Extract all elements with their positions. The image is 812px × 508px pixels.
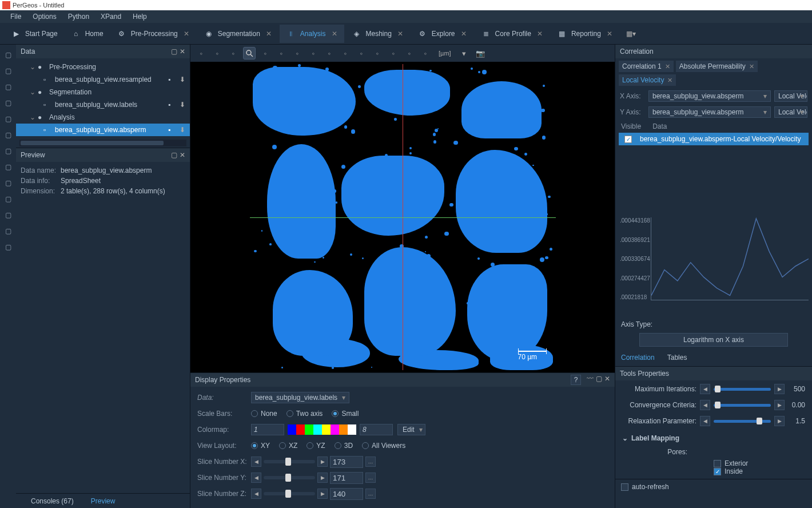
tree-group-analysis[interactable]: ⌄●Analysis [16,111,190,124]
slice-next-button[interactable]: ▶ [317,489,328,499]
maximize-icon[interactable]: ▢ [596,375,602,385]
scalebars-radio-small[interactable]: Small [332,410,359,418]
scalebars-radio-none[interactable]: None [251,410,277,418]
viewlayout-radio-yz[interactable]: YZ [307,442,325,450]
maximize-icon[interactable]: ▢ [171,47,177,55]
toolbar-core-profile[interactable]: ≣Core Profile✕ [475,25,550,43]
close-icon[interactable]: ✕ [604,375,610,385]
toolbar-reporting[interactable]: ▦Reporting✕ [551,25,619,43]
eye-icon[interactable]: ▢ [1,192,15,206]
corr-tab-correlation-1[interactable]: Correlation 1✕ [619,61,674,72]
download-icon[interactable]: ⬇ [180,76,185,84]
play-icon[interactable]: ▢ [1,64,15,78]
visible-checkbox[interactable]: ✓ [624,136,632,143]
viewer-canvas[interactable]: 70 µm [190,62,615,372]
move-icon[interactable]: ◦ [227,47,240,59]
save-icon[interactable]: ▪ [168,126,176,134]
camera-icon[interactable]: 📷 [474,47,487,59]
window-icon[interactable]: ▢ [1,208,15,222]
xaxis-select-2[interactable]: Local Velocit [774,90,807,102]
slice-prev-button[interactable]: ◀ [251,457,261,467]
eye-icon[interactable]: ◦ [339,47,352,59]
scalebars-radio-two-axis[interactable]: Two axis [286,410,323,418]
maximize-icon[interactable]: ▢ [171,151,177,159]
pore-option-exterior[interactable]: Exterior [714,459,805,467]
data-select[interactable]: berea_subplug_view.labels [251,392,349,403]
pick-icon[interactable]: ◦ [307,47,320,59]
pore-option-inside[interactable]: ✓Inside [714,467,805,475]
slice-slider[interactable] [264,492,315,495]
slice-prev-button[interactable]: ◀ [251,473,261,483]
home-icon[interactable]: ◦ [291,47,304,59]
decrease-button[interactable]: ◀ [700,400,710,410]
data-series-row[interactable]: ✓ berea_subplug_view.absperm-Local Veloc… [619,133,809,145]
close-icon[interactable]: ✕ [180,47,185,55]
panel-icon[interactable]: ▢ [1,240,15,254]
close-icon[interactable]: ✕ [182,30,190,38]
grid-icon[interactable]: ▢ [1,48,15,62]
close-icon[interactable]: ✕ [665,63,670,70]
close-icon[interactable]: ✕ [180,151,185,159]
menu-help[interactable]: Help [127,11,153,22]
tool-slider[interactable] [714,420,771,423]
help-icon[interactable]: ▢ [1,112,15,126]
save-icon[interactable]: ▪ [168,101,176,109]
table-icon[interactable]: ▢ [1,80,15,94]
slice-next-button[interactable]: ▶ [317,473,328,483]
prev-icon[interactable]: ◦ [387,47,400,59]
cube-icon[interactable]: ◦ [355,47,368,59]
slice-more-button[interactable]: … [365,473,376,483]
decrease-button[interactable]: ◀ [700,416,710,426]
label-mapping-header[interactable]: ⌄Label Mapping [622,432,805,445]
close-icon[interactable]: ✕ [265,30,273,38]
close-icon[interactable]: ✕ [749,63,754,70]
colormap-min-input[interactable] [251,424,284,435]
menu-python[interactable]: Python [62,11,95,22]
layers-icon[interactable]: ▢ [1,224,15,238]
unit-dropdown[interactable]: ▾ [458,47,471,59]
slice-slider[interactable] [264,476,315,479]
save-icon[interactable]: ▪ [168,76,176,84]
corr-tab-absolute-permeability[interactable]: Absolute Permeability✕ [676,61,758,72]
menu-xpand[interactable]: XPand [95,11,127,22]
slice-value-input[interactable] [330,472,363,484]
colormap-bar[interactable] [288,424,356,435]
viewlayout-radio-3d[interactable]: 3D [335,442,353,450]
sub-tab-correlation[interactable]: Correlation [620,351,656,364]
preview-tab[interactable]: Preview [87,495,119,507]
tool-slider[interactable] [714,388,771,391]
toolbar-analysis[interactable]: ⫴Analysis✕ [280,25,344,43]
yaxis-select[interactable]: berea_subplug_view.absperm [648,106,771,118]
toolbar-more[interactable]: ▦▾ [620,26,642,41]
hand-icon[interactable]: ◦ [211,47,224,59]
tool-slider[interactable] [714,404,771,407]
yaxis-select-2[interactable]: Local Velocit [774,106,807,118]
first-icon[interactable]: ◦ [371,47,384,59]
square-icon[interactable]: ▢ [1,96,15,110]
menu-file[interactable]: File [5,11,27,22]
close-icon[interactable]: ✕ [396,30,404,38]
tree-group-segmentation[interactable]: ⌄●Segmentation [16,86,190,98]
slice-next-button[interactable]: ▶ [317,457,328,467]
zoom-icon[interactable] [243,47,256,59]
download-icon[interactable]: ⬇ [180,126,185,134]
auto-refresh-checkbox[interactable] [621,483,628,491]
pointer-icon[interactable]: ◦ [195,47,208,59]
save-icon[interactable]: ◦ [403,47,416,59]
close-icon[interactable]: ✕ [606,30,614,38]
decrease-button[interactable]: ◀ [700,384,710,394]
slice-value-input[interactable] [330,456,363,468]
chart-icon[interactable]: 〰 [587,375,594,385]
rotate-icon[interactable]: ◦ [259,47,272,59]
menu-options[interactable]: Options [27,11,62,22]
tree-item[interactable]: ▫berea_subplug_view.resampled▪⬇ [16,73,190,86]
colormap-edit-button[interactable]: Edit [397,424,425,435]
toolbar-explore[interactable]: ⚙Explore✕ [411,25,473,43]
toolbar-segmentation[interactable]: ◉Segmentation✕ [197,25,278,43]
slice-more-button[interactable]: … [365,457,376,467]
corr-tab-local-velocity[interactable]: Local Velocity✕ [619,74,676,86]
increase-button[interactable]: ▶ [774,384,785,394]
toolbar-pre-processing[interactable]: ⚙Pre-Processing✕ [110,25,196,43]
chart-icon[interactable]: ▢ [1,128,15,142]
layers-icon[interactable]: ◦ [323,47,336,59]
